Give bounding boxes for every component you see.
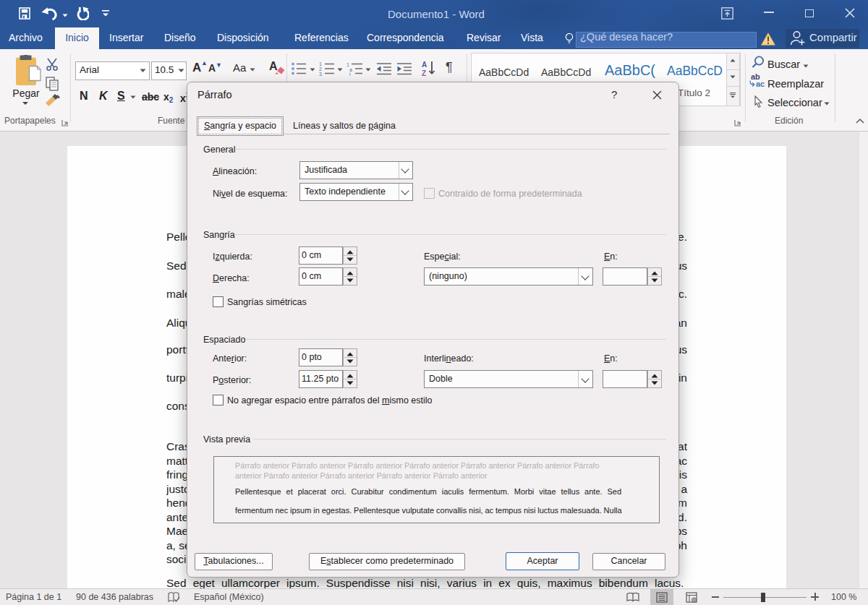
svg-text:1: 1 <box>319 61 322 66</box>
svg-text:Z: Z <box>422 69 426 77</box>
svg-text:2: 2 <box>319 66 322 72</box>
svg-text:i: i <box>349 72 351 76</box>
svg-text:1: 1 <box>346 62 349 67</box>
svg-text:A: A <box>422 61 427 69</box>
svg-text:3: 3 <box>319 72 322 76</box>
